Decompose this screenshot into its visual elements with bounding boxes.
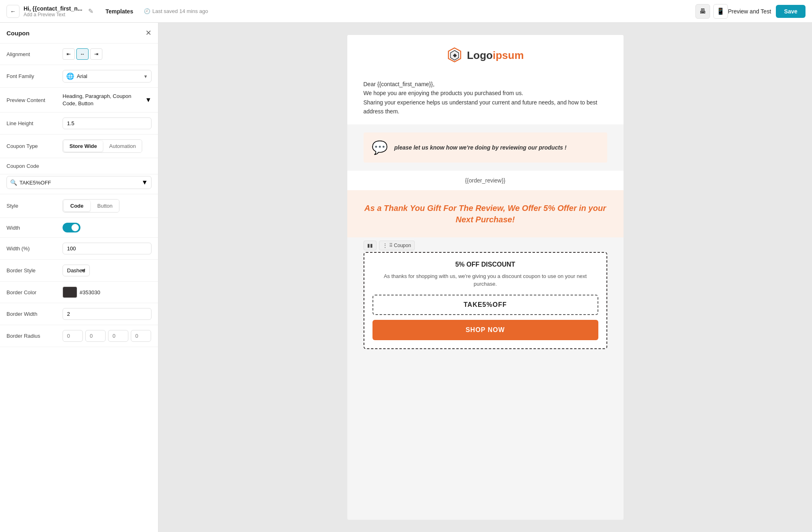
border-radius-bl[interactable] — [108, 330, 128, 342]
font-family-value: Arial — [77, 73, 141, 79]
align-left-button[interactable]: ⇤ — [63, 48, 75, 60]
logo-container: ◆ Logoipsum — [364, 47, 607, 63]
pause-button[interactable]: ▮▮ — [364, 241, 377, 250]
border-style-select[interactable]: None Solid Dashed Dotted Double — [63, 265, 90, 276]
button-style-button[interactable]: Button — [91, 200, 119, 212]
coupon-type-toggle: Store Wide Automation — [63, 139, 142, 153]
coupon-code-row: Coupon Code — [0, 158, 158, 174]
border-color-value: #353030 — [80, 289, 100, 295]
width-percent-input[interactable]: 100 — [63, 243, 152, 254]
logo-black-part: Logo — [467, 49, 493, 61]
border-width-row: Border Width 2 — [0, 303, 158, 325]
store-wide-button[interactable]: Store Wide — [64, 141, 103, 152]
width-percent-row: Width (%) 100 — [0, 238, 158, 260]
line-height-control: 1.5 — [63, 117, 152, 129]
font-family-selector[interactable]: 🌐 Arial ▼ — [63, 70, 152, 83]
align-right-button[interactable]: ⇥ — [90, 48, 102, 60]
preview-test-button[interactable]: Preview and Test — [728, 8, 771, 15]
email-body-content: Dear {{contact_first_name}}, We hope you… — [347, 72, 624, 124]
line-height-label: Line Height — [6, 120, 59, 126]
coupon-code-label: Coupon Code — [6, 163, 59, 169]
clock-icon: 🕘 — [144, 8, 150, 14]
header: ← Hi, {{contact_first_n... Add a Preview… — [0, 0, 812, 23]
line-height-input[interactable]: 1.5 — [63, 117, 152, 129]
width-percent-control: 100 — [63, 243, 152, 254]
review-banner-text: please let us know how we're doing by re… — [394, 144, 567, 151]
device-toggle-group: 🖶 📱 — [695, 4, 728, 19]
style-control: Code Button — [63, 199, 152, 213]
border-width-label: Border Width — [6, 311, 59, 317]
preview-content-arrow: ▼ — [145, 96, 152, 104]
coupon-description: As thanks for shopping with us, we're gi… — [372, 272, 598, 288]
preview-content-label: Preview Content — [6, 97, 59, 103]
coupon-block: 5% OFF DISCOUNT As thanks for shopping w… — [364, 252, 607, 349]
align-center-button[interactable]: ↔ — [76, 48, 89, 60]
coupon-title: 5% OFF DISCOUNT — [372, 261, 598, 268]
coupon-code-selector[interactable]: 🔍 TAKE5%OFF ▼ — [6, 176, 152, 189]
style-toggle: Code Button — [63, 199, 119, 213]
coupon-type-control: Store Wide Automation — [63, 139, 152, 153]
coupon-dropdown-arrow: ▼ — [141, 179, 148, 186]
preview-text-label: Add a Preview Text — [24, 12, 82, 17]
border-radius-br[interactable] — [131, 330, 151, 342]
automation-button[interactable]: Automation — [104, 140, 142, 152]
border-radius-row: Border Radius — [0, 325, 158, 347]
border-color-row: Border Color #353030 — [0, 282, 158, 303]
email-wrapper: ◆ Logoipsum Dear {{contact_first_name}},… — [347, 35, 624, 520]
left-panel: Coupon ✕ Alignment ⇤ ↔ ⇥ Font Family 🌐 A… — [0, 23, 158, 532]
code-style-button[interactable]: Code — [64, 200, 90, 211]
panel-header: Coupon ✕ — [0, 23, 158, 43]
border-radius-tr[interactable] — [85, 330, 106, 342]
alignment-row: Alignment ⇤ ↔ ⇥ — [0, 43, 158, 65]
coupon-code-display: TAKE5%OFF — [372, 295, 598, 315]
coupon-type-label: Coupon Type — [6, 143, 59, 149]
email-preview-area: ◆ Logoipsum Dear {{contact_first_name}},… — [158, 23, 812, 532]
email-title: Hi, {{contact_first_n... — [24, 5, 82, 12]
saved-status: 🕘 Last saved 14 mins ago — [144, 8, 208, 14]
header-left: ← Hi, {{contact_first_n... Add a Preview… — [6, 5, 695, 18]
review-banner: 💬 please let us know how we're doing by … — [364, 132, 607, 163]
email-body2: Sharing your experience helps us underst… — [364, 98, 607, 116]
alignment-group: ⇤ ↔ ⇥ — [63, 48, 102, 60]
border-style-control: None Solid Dashed Dotted Double — [63, 265, 152, 276]
close-panel-button[interactable]: ✕ — [145, 28, 152, 37]
mobile-view-button[interactable]: 📱 — [713, 4, 728, 19]
style-row: Style Code Button — [0, 194, 158, 218]
line-height-row: Line Height 1.5 — [0, 113, 158, 135]
logo-section: ◆ Logoipsum — [347, 35, 624, 72]
coupon-code-input-row: 🔍 TAKE5%OFF ▼ — [0, 174, 158, 194]
order-review-placeholder: {{order_review}} — [347, 171, 624, 190]
thank-you-section: As a Thank You Gift For The Review, We O… — [347, 190, 624, 237]
coupon-type-row: Coupon Type Store Wide Automation — [0, 135, 158, 158]
logo-icon: ◆ — [446, 47, 463, 63]
svg-text:◆: ◆ — [453, 52, 457, 58]
coupon-toolbar: ▮▮ ⋮ ⠿ Coupon — [347, 237, 624, 252]
font-family-control: 🌐 Arial ▼ — [63, 70, 152, 83]
coupon-toolbar-label: ⠿ Coupon — [389, 243, 411, 248]
coupon-label-button[interactable]: ⋮ ⠿ Coupon — [379, 241, 415, 250]
coupon-code-value: TAKE5%OFF — [19, 180, 139, 186]
save-button[interactable]: Save — [776, 5, 806, 18]
globe-icon: 🌐 — [66, 72, 74, 80]
preview-content-control: Heading, Paragraph, Coupon Code, Button … — [63, 93, 152, 107]
email-greeting: Dear {{contact_first_name}}, — [364, 80, 607, 89]
templates-button[interactable]: Templates — [106, 8, 133, 15]
coupon-grid-icon: ⋮ — [383, 243, 388, 248]
edit-title-button[interactable]: ✎ — [87, 6, 95, 17]
preview-content-selector[interactable]: Heading, Paragraph, Coupon Code, Button … — [63, 93, 152, 107]
border-color-swatch[interactable] — [63, 287, 77, 298]
style-label: Style — [6, 203, 59, 209]
width-toggle[interactable] — [63, 223, 80, 232]
header-right: Preview and Test Save — [728, 5, 806, 18]
shop-now-button[interactable]: SHOP NOW — [372, 320, 598, 340]
border-radius-label: Border Radius — [6, 333, 59, 339]
border-width-input[interactable]: 2 — [63, 308, 152, 320]
border-radius-control — [63, 330, 152, 342]
title-block: Hi, {{contact_first_n... Add a Preview T… — [24, 5, 82, 17]
width-percent-label: Width (%) — [6, 245, 59, 252]
back-button[interactable]: ← — [6, 5, 19, 18]
logo-text: Logoipsum — [467, 49, 524, 62]
border-radius-tl[interactable] — [63, 330, 83, 342]
order-review-text: {{order_review}} — [465, 177, 506, 184]
desktop-view-button[interactable]: 🖶 — [695, 4, 710, 19]
